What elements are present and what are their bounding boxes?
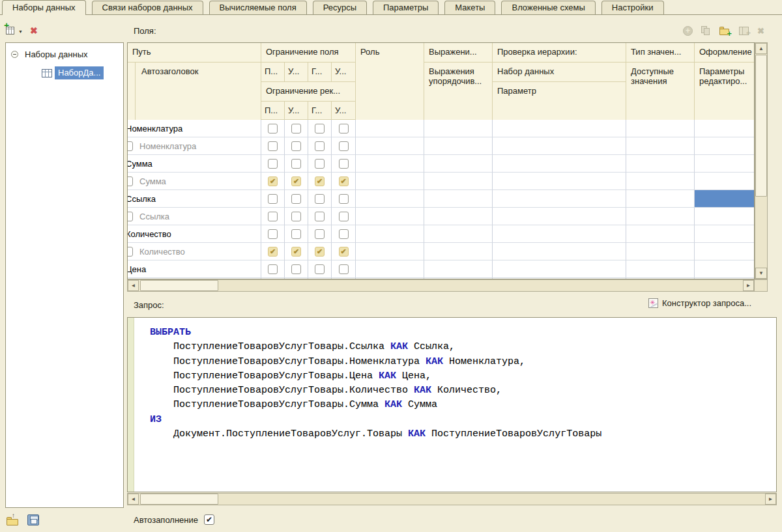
cell-design[interactable] [695, 190, 755, 208]
restriction-checkbox[interactable] [268, 229, 278, 239]
restriction-checkbox[interactable] [315, 229, 325, 239]
restriction-checkbox[interactable] [291, 264, 301, 274]
cell-role[interactable] [356, 243, 424, 260]
cell-path[interactable]: Ссылка [128, 208, 261, 225]
field-select-checkbox[interactable] [128, 176, 133, 186]
cell-hier[interactable] [493, 208, 626, 225]
scroll-left-button[interactable] [128, 280, 139, 291]
restriction-checkbox[interactable] [291, 141, 301, 151]
cell-design[interactable] [695, 137, 755, 155]
tree-root-datasets[interactable]: Наборы данных [11, 49, 88, 59]
restriction-checkbox[interactable] [291, 176, 301, 186]
restriction-checkbox[interactable] [339, 124, 349, 133]
query-editor[interactable]: ВЫБРАТЬ ПоступлениеТоваровУслугТовары.Сс… [127, 317, 777, 492]
restriction-checkbox[interactable] [339, 229, 349, 239]
cell-expr[interactable] [424, 173, 493, 190]
cell-role[interactable] [356, 137, 424, 155]
restriction-checkbox[interactable] [339, 176, 349, 186]
restriction-checkbox[interactable] [339, 141, 349, 151]
cell-design[interactable] [695, 208, 755, 225]
cell-design[interactable] [695, 225, 755, 243]
cell-path[interactable]: Номенклатура [128, 120, 261, 137]
tab-settings[interactable]: Настройки [601, 1, 664, 14]
cell-path[interactable]: Количество [128, 243, 261, 260]
add-circle-icon[interactable] [683, 26, 693, 36]
restriction-checkbox[interactable] [315, 247, 325, 257]
field-select-checkbox[interactable] [128, 212, 133, 221]
scroll-up-button[interactable] [755, 43, 767, 54]
restriction-checkbox[interactable] [268, 159, 278, 169]
restriction-checkbox[interactable] [291, 194, 301, 204]
fields-hscrollbar[interactable] [127, 279, 755, 292]
restriction-checkbox[interactable] [315, 141, 325, 151]
vscroll-thumb[interactable] [755, 55, 767, 197]
cell-path[interactable]: Ссылка [128, 190, 261, 208]
cell-path[interactable]: Количество [128, 225, 261, 243]
tree-item-label[interactable]: НаборДа... [55, 66, 104, 79]
field-row-folder[interactable]: Цена [128, 260, 755, 278]
cell-expr[interactable] [424, 137, 493, 155]
cell-expr[interactable] [424, 120, 493, 137]
fields-vscrollbar[interactable] [755, 42, 768, 279]
cell-role[interactable] [356, 208, 424, 225]
cell-design[interactable] [695, 260, 755, 278]
restriction-checkbox[interactable] [315, 159, 325, 169]
tab-calculated-fields[interactable]: Вычисляемые поля [209, 1, 307, 14]
cell-role[interactable] [356, 155, 424, 173]
restriction-checkbox[interactable] [339, 159, 349, 169]
restriction-checkbox[interactable] [291, 159, 301, 169]
tab-resources[interactable]: Ресурсы [313, 1, 367, 14]
restriction-checkbox[interactable] [315, 264, 325, 274]
copy-icon[interactable] [701, 26, 711, 36]
cell-expr[interactable] [424, 225, 493, 243]
hscroll-thumb[interactable] [140, 280, 218, 291]
field-row-folder[interactable]: Номенклатура [128, 120, 755, 137]
field-row-field[interactable]: Номенклатура [128, 137, 755, 155]
cell-type[interactable] [626, 243, 695, 260]
cell-type[interactable] [626, 260, 695, 278]
field-row-folder[interactable]: Ссылка [128, 190, 755, 208]
cell-type[interactable] [626, 155, 695, 173]
cell-hier[interactable] [493, 190, 626, 208]
cell-expr[interactable] [424, 208, 493, 225]
cell-role[interactable] [356, 260, 424, 278]
cell-design[interactable] [695, 155, 755, 173]
restriction-checkbox[interactable] [268, 194, 278, 204]
field-row-folder[interactable]: Количество [128, 225, 755, 243]
open-file-button[interactable]: ↑ [7, 514, 21, 526]
add-table-icon[interactable] [739, 27, 749, 35]
add-dataset-dropdown-icon[interactable]: ▼ [18, 29, 23, 34]
cell-role[interactable] [356, 120, 424, 137]
autofill-checkbox[interactable] [204, 514, 214, 525]
scroll-down-button[interactable] [755, 268, 767, 279]
cell-type[interactable] [626, 225, 695, 243]
cell-role[interactable] [356, 173, 424, 190]
scroll-right-button[interactable] [765, 494, 776, 505]
restriction-checkbox[interactable] [268, 247, 278, 257]
restriction-checkbox[interactable] [268, 141, 278, 151]
cell-expr[interactable] [424, 190, 493, 208]
restriction-checkbox[interactable] [268, 176, 278, 186]
restriction-checkbox[interactable] [315, 212, 325, 221]
restriction-checkbox[interactable] [291, 212, 301, 221]
restriction-checkbox[interactable] [315, 194, 325, 204]
cell-hier[interactable] [493, 173, 626, 190]
delete-field-icon[interactable]: ✖ [757, 26, 764, 36]
cell-path[interactable]: Сумма [128, 173, 261, 190]
save-button[interactable] [27, 514, 39, 525]
delete-dataset-button[interactable]: ✖ [30, 25, 38, 36]
add-folder-icon[interactable]: + [719, 26, 731, 36]
cell-expr[interactable] [424, 243, 493, 260]
field-row-field[interactable]: Количество [128, 243, 755, 260]
cell-hier[interactable] [493, 225, 626, 243]
restriction-checkbox[interactable] [315, 176, 325, 186]
tab-parameters[interactable]: Параметры [373, 1, 439, 14]
tab-layouts[interactable]: Макеты [444, 1, 495, 14]
field-row-folder[interactable]: Сумма [128, 155, 755, 173]
restriction-checkbox[interactable] [268, 212, 278, 221]
field-select-checkbox[interactable] [128, 141, 133, 151]
tab-datasets[interactable]: Наборы данных [2, 0, 86, 15]
query-designer-button[interactable]: Конструктор запроса... [648, 298, 751, 308]
restriction-checkbox[interactable] [315, 124, 325, 133]
restriction-checkbox[interactable] [339, 247, 349, 257]
